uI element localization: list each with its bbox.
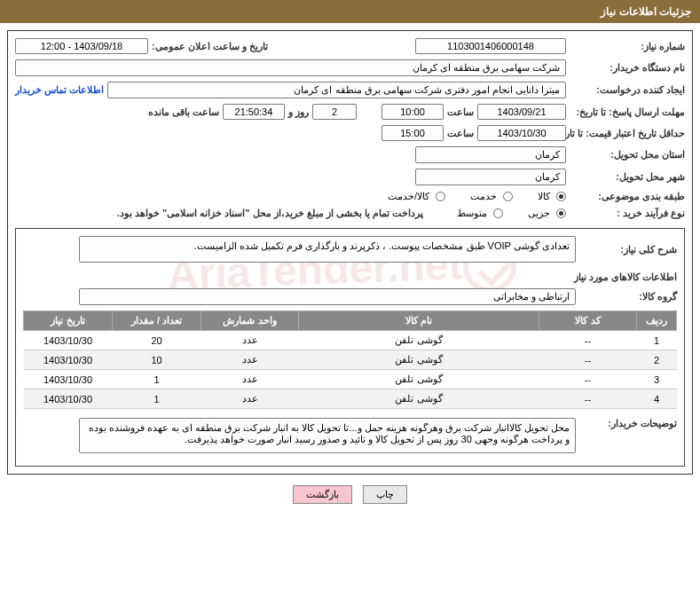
cell-date: 1403/10/30 [24, 370, 113, 389]
need-number-label: شماره نیاز: [570, 41, 685, 52]
deadline-time: 10:00 [381, 104, 444, 120]
proc-partial-label: جزیی [528, 208, 550, 219]
cell-row: 2 [637, 350, 677, 370]
cell-name: گوشی تلفن [299, 350, 539, 370]
button-row: چاپ بازگشت [0, 485, 700, 504]
time-label-2: ساعت [447, 128, 474, 139]
buyer-notes-label: توضیحات خریدار: [579, 418, 677, 429]
cell-row: 3 [637, 370, 677, 389]
table-row: 2--گوشی تلفنعدد101403/10/30 [24, 350, 677, 370]
province-label: استان محل تحویل: [570, 149, 685, 161]
cell-qty: 1 [113, 389, 201, 409]
th-name: نام کالا [299, 311, 539, 331]
requester-value: میترا دانایی انجام امور دفتری شرکت سهامی… [107, 82, 566, 98]
th-date: تاریخ نیاز [24, 311, 113, 331]
cell-unit: عدد [201, 370, 299, 389]
cell-qty: 20 [113, 331, 201, 350]
announce-date-value: 1403/09/18 - 12:00 [15, 38, 148, 54]
th-qty: تعداد / مقدار [113, 311, 201, 331]
cell-date: 1403/10/30 [24, 389, 113, 409]
th-unit: واحد شمارش [201, 311, 299, 331]
radio-medium[interactable] [493, 208, 503, 218]
requester-label: ایجاد کننده درخواست: [570, 84, 685, 96]
table-row: 4--گوشی تلفنعدد11403/10/30 [24, 389, 677, 409]
back-button[interactable]: بازگشت [293, 485, 352, 504]
validity-label: حداقل تاریخ اعتبار قیمت: تا تاریخ: [570, 128, 685, 139]
payment-note: پرداخت تمام یا بخشی از مبلغ خرید،از محل … [117, 208, 423, 219]
cat-goods-service-label: کالا/خدمت [388, 191, 429, 202]
th-code: کد کالا [539, 311, 637, 331]
days-and: روز و [288, 106, 309, 118]
province-value: کرمان [415, 146, 566, 163]
contact-link[interactable]: اطلاعات تماس خریدار [15, 84, 104, 96]
announce-date-label: تاریخ و ساعت اعلان عمومی: [152, 41, 268, 52]
validity-time: 15:00 [381, 125, 444, 141]
radio-goods[interactable] [556, 192, 566, 201]
cell-code: -- [539, 370, 637, 389]
time-label-1: ساعت [447, 106, 474, 118]
summary-label: شرح کلی نیاز: [579, 244, 677, 255]
radio-service[interactable] [503, 192, 513, 201]
th-row: ردیف [637, 311, 677, 331]
print-button[interactable]: چاپ [363, 485, 407, 504]
buyer-notes-value: محل تحویل کالاانبار شرکت برق وهرگونه هزی… [79, 418, 576, 453]
radio-partial[interactable] [556, 208, 566, 218]
deadline-label: مهلت ارسال پاسخ: تا تاریخ: [570, 106, 685, 118]
group-label: گروه کالا: [579, 291, 677, 302]
category-label: طبقه بندی موضوعی: [570, 191, 685, 202]
cell-name: گوشی تلفن [299, 370, 539, 389]
buyer-org-label: نام دستگاه خریدار: [570, 62, 685, 74]
city-label: شهر محل تحویل: [570, 171, 685, 183]
radio-goods-service[interactable] [436, 192, 445, 201]
items-table: ردیف کد کالا نام کالا واحد شمارش تعداد /… [23, 310, 677, 409]
table-row: 3--گوشی تلفنعدد11403/10/30 [24, 370, 677, 389]
cell-unit: عدد [201, 350, 299, 370]
cell-qty: 10 [113, 350, 201, 370]
cell-date: 1403/10/30 [24, 331, 113, 350]
proc-medium-label: متوسط [457, 208, 487, 219]
cell-code: -- [539, 331, 637, 350]
need-number-value: 1103001406000148 [415, 38, 566, 54]
cell-date: 1403/10/30 [24, 350, 113, 370]
main-panel: AriaTender.net شماره نیاز: 1103001406000… [7, 30, 693, 475]
remain-suffix: ساعت باقی مانده [148, 106, 219, 118]
process-label: نوع فرآیند خرید : [570, 208, 685, 219]
group-value: ارتباطی و مخابراتی [79, 288, 576, 305]
details-box: شرح کلی نیاز: تعدادی گوشی VOIP طبق مشخصا… [15, 228, 685, 467]
cell-code: -- [539, 389, 637, 409]
cell-unit: عدد [201, 331, 299, 350]
summary-value: تعدادی گوشی VOIP طبق مشخصات پیوست. ، ذکر… [79, 236, 576, 263]
time-remain: 21:50:34 [223, 104, 285, 120]
cell-name: گوشی تلفن [299, 331, 539, 350]
items-info-title: اطلاعات کالاهای مورد نیاز [23, 271, 677, 283]
page-header: جزئیات اطلاعات نیاز [0, 0, 700, 23]
cell-qty: 1 [113, 370, 201, 389]
cell-unit: عدد [201, 389, 299, 409]
validity-date: 1403/10/30 [477, 125, 566, 141]
buyer-org-value: شرکت سهامی برق منطقه ای کرمان [15, 59, 566, 76]
cell-row: 4 [637, 389, 677, 409]
cat-goods-label: کالا [538, 191, 550, 202]
table-row: 1--گوشی تلفنعدد201403/10/30 [24, 331, 677, 350]
days-remain: 2 [312, 104, 357, 120]
cell-row: 1 [637, 331, 677, 350]
deadline-date: 1403/09/21 [477, 104, 566, 120]
page-title: جزئیات اطلاعات نیاز [601, 5, 691, 18]
cat-service-label: خدمت [470, 191, 497, 202]
cell-code: -- [539, 350, 637, 370]
city-value: کرمان [415, 169, 566, 185]
cell-name: گوشی تلفن [299, 389, 539, 409]
